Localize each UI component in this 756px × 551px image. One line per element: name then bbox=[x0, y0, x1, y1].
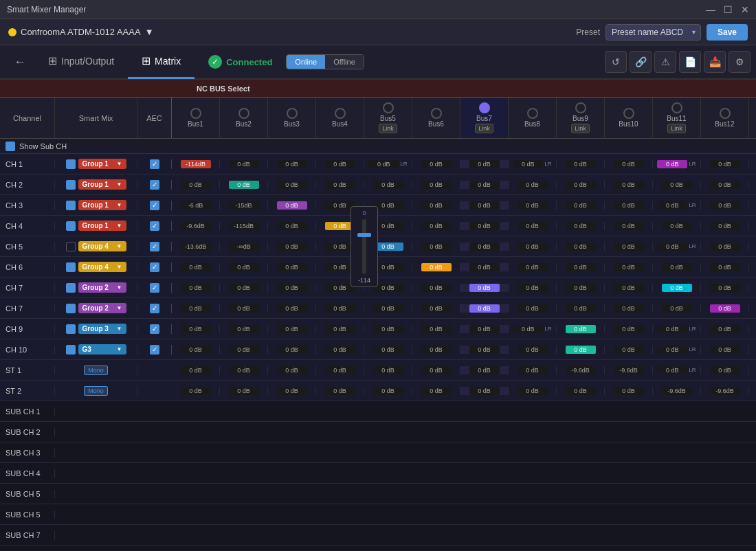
cell-bus-bus3[interactable]: 0 dB bbox=[268, 222, 316, 230]
cell-bus-bus12[interactable]: 0 dB bbox=[701, 304, 749, 313]
cell-bus-bus11[interactable]: 0 dB bbox=[653, 181, 701, 189]
tab-matrix[interactable]: ⊞ Matrix bbox=[128, 45, 194, 79]
save-button[interactable]: Save bbox=[707, 24, 748, 41]
cell-bus-bus10[interactable]: 0 dB bbox=[605, 263, 653, 271]
cell-bus-bus10[interactable]: 0 dB bbox=[605, 201, 653, 210]
link-button[interactable]: 🔗 bbox=[630, 51, 652, 73]
cell-bus-bus2[interactable]: 0 dB bbox=[220, 181, 268, 189]
cell-bus-bus1[interactable]: 0 dB bbox=[172, 181, 220, 189]
cell-bus-bus1[interactable]: 0 dB bbox=[172, 325, 220, 333]
cell-bus-bus6[interactable]: 0 dB bbox=[412, 284, 460, 292]
cell-bus-bus2[interactable]: 0 dB bbox=[220, 346, 268, 354]
cell-bus-bus11[interactable]: 0 dBLR bbox=[653, 346, 701, 354]
aec-checkbox[interactable]: ✓ bbox=[150, 304, 159, 313]
cell-bus-bus9[interactable]: 0 dB bbox=[557, 181, 605, 189]
cell-bus-bus3[interactable]: 0 dB bbox=[268, 160, 316, 168]
cell-bus-bus5[interactable]: 0 dB bbox=[364, 346, 412, 354]
cell-bus-bus3[interactable]: 0 dB bbox=[268, 366, 316, 374]
cell-bus-bus3[interactable]: 0 dB bbox=[268, 243, 316, 251]
cell-bus-bus2[interactable]: 0 dB bbox=[220, 263, 268, 271]
cell-bus-bus1[interactable]: -114dB bbox=[172, 160, 220, 168]
cell-bus-bus8[interactable]: 0 dB bbox=[509, 201, 557, 210]
tab-input-output[interactable]: ⊞ Input/Output bbox=[34, 45, 128, 79]
aec-checkbox[interactable]: ✓ bbox=[150, 159, 159, 169]
bus-dot-bus5[interactable] bbox=[383, 102, 394, 113]
cell-bus-bus9[interactable]: 0 dB bbox=[557, 160, 605, 168]
cell-bus-bus2[interactable]: 0 dB bbox=[220, 387, 268, 395]
group-badge[interactable]: Group 2▼ bbox=[78, 282, 126, 293]
cell-bus-bus6[interactable]: 0 dB bbox=[412, 243, 460, 251]
cell-bus-bus7[interactable]: 0 dB bbox=[460, 243, 509, 251]
group-badge[interactable]: Group 1▼ bbox=[78, 200, 126, 210]
bus-dot-bus4[interactable] bbox=[335, 108, 346, 119]
cell-bus-bus5[interactable]: 0 dB bbox=[364, 366, 412, 374]
cell-bus-bus11[interactable]: 0 dBLR bbox=[653, 325, 701, 333]
cell-bus-bus1[interactable]: 0 dB bbox=[172, 263, 220, 271]
cell-bus-bus7[interactable]: 0 dB bbox=[460, 263, 509, 271]
aec-checkbox[interactable]: ✓ bbox=[150, 221, 159, 231]
cell-bus-bus11[interactable]: 0 dBLR bbox=[653, 201, 701, 210]
cell-bus-bus8[interactable]: 0 dBLR bbox=[509, 160, 557, 168]
cell-bus-bus3[interactable]: 0 dB bbox=[268, 325, 316, 333]
cell-bus-bus6[interactable]: 0 dB bbox=[412, 387, 460, 395]
cell-bus-bus4[interactable]: 0 dB bbox=[316, 160, 364, 168]
bus-dot-bus12[interactable] bbox=[720, 108, 731, 119]
cell-bus-bus7[interactable]: 0 dB bbox=[460, 346, 509, 354]
bus-link-bus5[interactable]: Link bbox=[379, 124, 397, 133]
cell-bus-bus9[interactable]: 0 dB bbox=[557, 325, 605, 333]
cell-bus-bus12[interactable]: 0 dB bbox=[701, 263, 749, 271]
group-badge[interactable]: G3▼ bbox=[78, 344, 126, 355]
cell-bus-bus2[interactable]: -15dB bbox=[220, 201, 268, 210]
cell-bus-bus8[interactable]: 0 dB bbox=[509, 263, 557, 271]
cell-bus-bus12[interactable]: 0 dB bbox=[701, 284, 749, 292]
cell-bus-bus6[interactable]: 0 dB bbox=[412, 366, 460, 374]
cell-bus-bus8[interactable]: 0 dB bbox=[509, 243, 557, 251]
cell-bus-bus1[interactable]: 0 dB bbox=[172, 346, 220, 354]
alert-button[interactable]: ⚠ bbox=[654, 51, 676, 73]
smartmix-checkbox[interactable] bbox=[66, 242, 76, 251]
table-body[interactable]: CH 1Group 1▼✓-114dB0 dB0 dB0 dB0 dBLR0 d… bbox=[0, 154, 756, 551]
smartmix-checkbox[interactable] bbox=[66, 283, 76, 293]
cell-bus-bus1[interactable]: 0 dB bbox=[172, 284, 220, 292]
cell-bus-bus3[interactable]: 0 dB bbox=[268, 304, 316, 313]
cell-bus-bus7[interactable]: 0 dB bbox=[460, 160, 509, 168]
cell-bus-bus12[interactable]: 0 dB bbox=[701, 160, 749, 168]
cell-bus-bus8[interactable]: 0 dB bbox=[509, 284, 557, 292]
group-badge[interactable]: Group 4▼ bbox=[78, 241, 126, 251]
cell-bus-bus1[interactable]: 0 dB bbox=[172, 304, 220, 313]
cell-bus-bus12[interactable]: 0 dB bbox=[701, 366, 749, 374]
cell-bus-bus12[interactable]: -9.6dB bbox=[701, 387, 749, 395]
cell-bus-bus10[interactable]: 0 dB bbox=[605, 284, 653, 292]
cell-bus-bus9[interactable]: 0 dB bbox=[557, 201, 605, 210]
offline-button[interactable]: Offline bbox=[325, 55, 364, 69]
cell-bus-bus9[interactable]: 0 dB bbox=[557, 284, 605, 292]
cell-bus-bus12[interactable]: 0 dB bbox=[701, 201, 749, 210]
cell-bus-bus12[interactable]: 0 dB bbox=[701, 222, 749, 230]
cell-bus-bus4[interactable]: 0 dB bbox=[316, 387, 364, 395]
show-sub-ch-checkbox[interactable] bbox=[5, 142, 15, 151]
bus-dot-bus6[interactable] bbox=[431, 108, 442, 119]
smartmix-checkbox[interactable] bbox=[66, 180, 76, 190]
cell-bus-bus3[interactable]: 0 dB bbox=[268, 284, 316, 292]
smartmix-checkbox[interactable] bbox=[66, 159, 76, 169]
device-dropdown-arrow[interactable]: ▼ bbox=[145, 27, 154, 37]
cell-bus-bus9[interactable]: 0 dB bbox=[557, 263, 605, 271]
device-selector[interactable]: ConfroomA ATDM-1012 AAAA ▼ bbox=[8, 27, 154, 37]
back-button[interactable]: ← bbox=[5, 55, 34, 69]
aec-checkbox[interactable]: ✓ bbox=[150, 345, 159, 355]
smartmix-checkbox[interactable] bbox=[66, 304, 76, 313]
cell-bus-bus4[interactable]: 0 dB bbox=[316, 366, 364, 374]
cell-bus-bus7[interactable]: 0 dB bbox=[460, 181, 509, 189]
cell-bus-bus1[interactable]: -6 dB bbox=[172, 201, 220, 210]
cell-bus-bus5[interactable]: 0 dBLR bbox=[364, 160, 412, 168]
cell-bus-bus2[interactable]: -∞dB bbox=[220, 243, 268, 251]
cell-bus-bus3[interactable]: 0 dB bbox=[268, 201, 316, 210]
group-badge[interactable]: Group 2▼ bbox=[78, 303, 126, 313]
cell-bus-bus6[interactable]: 0 dB bbox=[412, 160, 460, 168]
cell-bus-bus9[interactable]: 0 dB bbox=[557, 222, 605, 230]
cell-bus-bus7[interactable]: 0 dB bbox=[460, 201, 509, 210]
cell-bus-bus10[interactable]: 0 dB bbox=[605, 304, 653, 313]
aec-checkbox[interactable]: ✓ bbox=[150, 283, 159, 293]
cell-bus-bus12[interactable]: 0 dB bbox=[701, 243, 749, 251]
group-badge[interactable]: Group 4▼ bbox=[78, 262, 126, 272]
